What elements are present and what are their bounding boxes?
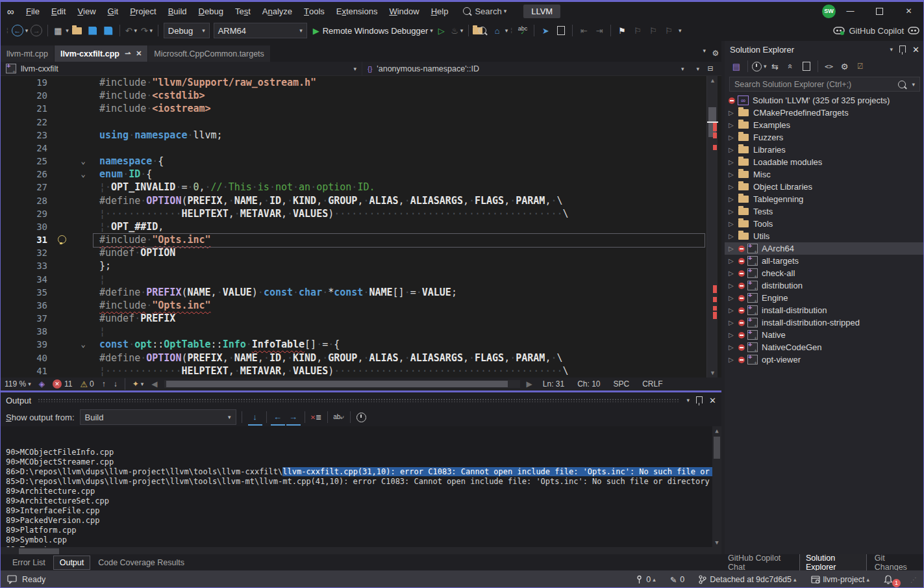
view-code-icon[interactable]: <> [822, 58, 836, 74]
editor-tab-llvm-mt.cpp[interactable]: llvm-mt.cpp [1, 45, 54, 62]
window-position-dropdown[interactable]: ▾ [890, 46, 893, 53]
chevron-right-icon[interactable]: ▷ [729, 109, 738, 116]
menu-file[interactable]: File [20, 1, 45, 21]
menu-git[interactable]: Git [102, 1, 125, 21]
tree-item-cmakepredefinedtargets[interactable]: ▷CMakePredefinedTargets [725, 107, 924, 119]
chevron-right-icon[interactable]: ▷ [729, 121, 738, 129]
menu-tools[interactable]: Tools [298, 1, 331, 21]
chevron-right-icon[interactable]: ▷ [729, 183, 738, 190]
output-line[interactable]: 89>Platform.cpp [6, 526, 721, 535]
new-project-button[interactable]: ▦▾ [52, 23, 69, 38]
notifications-button[interactable]: 1 [884, 575, 896, 585]
tree-item-engine[interactable]: ▷Engine [725, 292, 924, 304]
symbol-dropdown[interactable]: {}'anonymous-namespace'::ID ▾ [362, 62, 689, 75]
chevron-right-icon[interactable]: ▷ [729, 307, 738, 314]
code-line-40[interactable]: 40#define·OPTION(PREFIX,·NAME,·ID,·KIND,… [1, 352, 721, 364]
pending-edits-button[interactable]: ✎ 0 [670, 575, 684, 585]
clear-bookmarks-button[interactable]: ⚐ [662, 23, 676, 38]
split-window-icon[interactable]: ⊟ [705, 63, 716, 75]
chevron-right-icon[interactable]: ▷ [729, 196, 738, 203]
toggle-bookmark-button[interactable]: ⚑ [615, 23, 629, 38]
code-line-22[interactable]: 22 [1, 116, 721, 129]
close-button[interactable]: ✕ [894, 2, 923, 20]
fold-margin[interactable] [73, 102, 93, 115]
output-line[interactable]: 89>ArchitectureSet.cpp [6, 496, 721, 506]
find-in-files-button[interactable] [473, 23, 490, 38]
tree-item-opt-viewer[interactable]: ▷opt-viewer [725, 353, 924, 366]
tree-item-examples[interactable]: ▷Examples [725, 119, 924, 131]
tree-item-install-distribution[interactable]: ▷install-distribution [725, 304, 924, 316]
close-panel-icon[interactable]: ✕ [709, 396, 716, 405]
fold-margin[interactable] [73, 129, 93, 142]
code-line-32[interactable]: 32#undef·OPTION [1, 246, 721, 259]
fold-margin[interactable] [73, 89, 93, 102]
scrollbar-thumb[interactable] [166, 381, 508, 387]
menu-project[interactable]: Project [124, 1, 162, 21]
menu-edit[interactable]: Edit [45, 1, 71, 21]
tree-item-install-distribution-stripped[interactable]: ▷install-distribution-stripped [725, 316, 924, 329]
redo-button[interactable]: ↷▾ [140, 23, 154, 38]
chevron-right-icon[interactable]: ▷ [729, 245, 738, 252]
titlebar-search[interactable]: Search ▾ [463, 6, 506, 16]
tree-item-loadable-modules[interactable]: ▷Loadable modules [725, 156, 924, 168]
error-count[interactable]: ✕11 [53, 379, 72, 389]
start-debug-button[interactable]: ▶ Remote Windows Debugger ▾ [313, 23, 433, 38]
tab-error-list[interactable]: Error List [6, 556, 52, 570]
tab-output[interactable]: Output [53, 556, 91, 570]
tree-item-libraries[interactable]: ▷Libraries [725, 144, 924, 156]
tree-item-tools[interactable]: ▷Tools [725, 218, 924, 230]
output-source-dropdown[interactable]: Build▾ [80, 409, 236, 425]
menu-debug[interactable]: Debug [193, 1, 229, 21]
tab-list-dropdown[interactable]: ▾ [703, 47, 706, 59]
code-line-27[interactable]: 27¦·OPT_INVALID·=·0,·//·This·is·not·an·o… [1, 181, 721, 194]
pin-icon[interactable]: ⇀ [125, 49, 131, 58]
scrollbar-thumb[interactable] [714, 437, 720, 459]
toolbar-grip[interactable]: ⁞ [6, 27, 9, 34]
hot-reload-button[interactable]: ♨▾ [450, 23, 464, 38]
editor-tab-llvm-cxxfilt.cpp[interactable]: llvm-cxxfilt.cpp⇀✕ [55, 45, 147, 62]
menu-help[interactable]: Help [425, 1, 455, 21]
code-line-21[interactable]: 21#include·<iostream> [1, 102, 721, 115]
collapse-all-icon[interactable]: « [783, 59, 799, 73]
lightbulb-icon[interactable] [58, 235, 66, 244]
output-line[interactable]: 89>Architecture.cpp [6, 487, 721, 496]
code-line-25[interactable]: 25⌄namespace·{ [1, 155, 721, 168]
chevron-right-icon[interactable]: ▷ [729, 319, 738, 326]
start-without-debugging-button[interactable]: ▷ [434, 23, 449, 38]
tree-item-fuzzers[interactable]: ▷Fuzzers [725, 131, 924, 144]
increase-indent-button[interactable]: ⇥ [592, 23, 606, 38]
fold-margin[interactable] [73, 286, 93, 299]
solution-search-input[interactable]: Search Solution Explorer (Ctrl+;) ▾ [729, 77, 920, 92]
open-folder-button[interactable] [70, 23, 84, 38]
tab-code-coverage-results[interactable]: Code Coverage Results [92, 556, 191, 570]
fold-margin[interactable] [73, 312, 93, 325]
history-clock-icon[interactable] [355, 409, 369, 425]
fold-margin[interactable] [73, 273, 93, 286]
editor-horizontal-scrollbar[interactable] [164, 380, 520, 388]
goto-message-icon[interactable]: ↓ [248, 409, 262, 426]
pin-icon[interactable] [696, 396, 703, 405]
tree-item-solution-llvm-325-of-325-projects-[interactable]: ∞Solution 'LLVM' (325 of 325 projects) [725, 94, 924, 107]
output-line[interactable]: 89>Symbol.cpp [6, 535, 721, 545]
undo-button[interactable]: ↶▾ [124, 23, 138, 38]
tree-item-all-targets[interactable]: ▷all-targets [725, 255, 924, 267]
code-line-41[interactable]: 41¦·············HELPTEXT,·METAVAR,·VALUE… [1, 364, 721, 377]
resize-grip[interactable]: ⋰ [910, 576, 917, 583]
code-line-23[interactable]: 23using·namespace·llvm; [1, 129, 721, 142]
code-line-20[interactable]: 20#include·<cstdlib> [1, 89, 721, 102]
line-indicator[interactable]: Ln: 31 [536, 379, 571, 389]
chevron-right-icon[interactable]: ▷ [729, 257, 738, 264]
hscroll-right-icon[interactable]: ▶ [527, 379, 532, 389]
close-panel-icon[interactable]: ✕ [912, 45, 919, 55]
output-line[interactable]: 90>MCObjectStreamer.cpp [6, 457, 721, 467]
code-line-19[interactable]: 19#include·"llvm/Support/raw_ostream.h" [1, 76, 721, 89]
pin-icon[interactable] [899, 45, 906, 55]
prev-message-icon[interactable]: ← [271, 409, 285, 426]
nav-back-button[interactable]: ←▾ [12, 23, 29, 38]
eol-indicator[interactable]: CRLF [636, 379, 669, 389]
chevron-right-icon[interactable]: ▷ [729, 208, 738, 215]
chevron-right-icon[interactable]: ▷ [729, 270, 738, 277]
platform-dropdown[interactable]: ARM64▾ [214, 23, 307, 38]
scroll-up-icon[interactable]: ▲ [712, 426, 721, 435]
menu-test[interactable]: Test [229, 1, 256, 21]
